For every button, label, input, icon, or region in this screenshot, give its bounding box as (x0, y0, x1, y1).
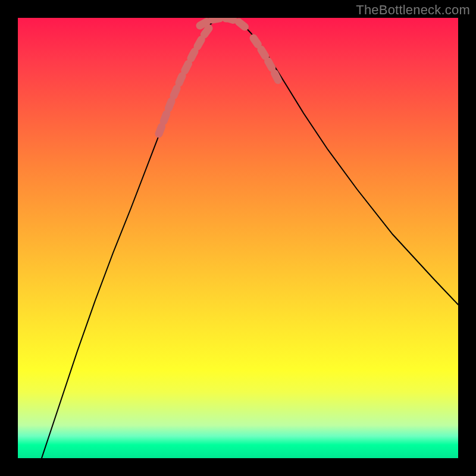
chart-plot-area (18, 18, 458, 458)
highlight-right-shoulder (253, 38, 280, 83)
highlight-left-shoulder (159, 25, 211, 134)
watermark-text: TheBottleneck.com (356, 2, 470, 18)
chart-svg (18, 18, 458, 458)
chart-frame: TheBottleneck.com (0, 0, 476, 476)
bottleneck-curve (42, 19, 458, 458)
